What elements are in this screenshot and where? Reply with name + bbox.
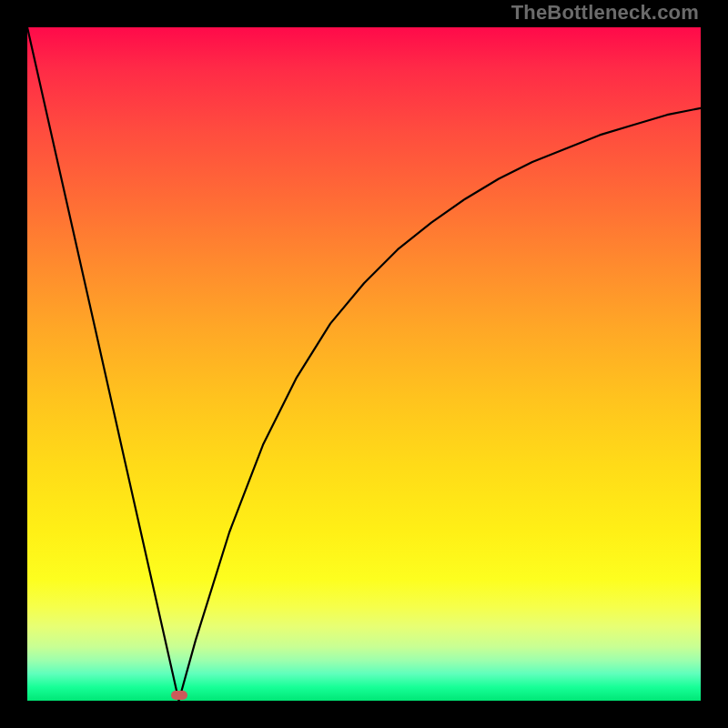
bottleneck-curve [27,27,701,701]
curve-path [27,27,701,701]
minimum-marker [171,691,187,700]
chart-frame: TheBottleneck.com [0,0,728,728]
watermark-text: TheBottleneck.com [511,0,699,25]
plot-area [27,27,701,701]
